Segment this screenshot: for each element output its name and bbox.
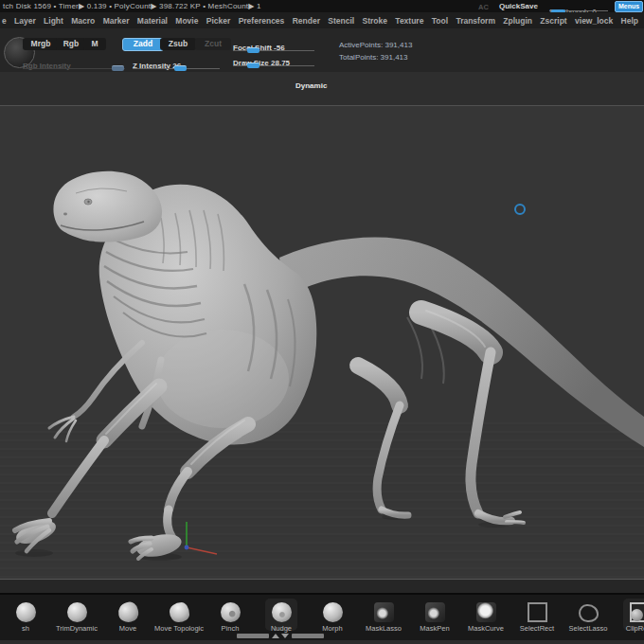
ac-indicator: AC: [478, 3, 489, 11]
belly-highlight: [156, 330, 289, 428]
document-status-text: tch Disk 1569 • Timer▶ 0.139 • PolyCount…: [3, 2, 261, 10]
brush-icon: [116, 600, 140, 624]
brush-label: sh: [22, 624, 29, 633]
ground-shadows: [15, 514, 510, 561]
rgb-button[interactable]: Rgb: [56, 38, 86, 50]
zcut-button[interactable]: Zcut: [195, 38, 231, 50]
z-intensity-slider[interactable]: Z Intensity 26: [133, 55, 220, 69]
points-stats: ActivePoints: 391,413 TotalPoints: 391,4…: [339, 39, 412, 63]
focal-shift-slider[interactable]: Focal Shift -56: [233, 37, 314, 51]
brush-item[interactable]: sh: [0, 595, 51, 633]
menu-item[interactable]: Stencil: [328, 16, 354, 26]
brush-item[interactable]: Pinch: [205, 595, 256, 633]
draw-size-handle[interactable]: [247, 63, 259, 68]
sculpt-viewport[interactable]: [0, 72, 644, 595]
title-bar: tch Disk 1569 • Timer▶ 0.139 • PolyCount…: [0, 0, 644, 12]
brush-item[interactable]: Nudge: [256, 595, 307, 633]
brush-item[interactable]: ClipRect: [614, 595, 644, 633]
active-points-text: ActivePoints: 391,413: [339, 39, 412, 51]
m-button[interactable]: M: [83, 38, 106, 50]
menu-item[interactable]: Tool: [432, 16, 448, 26]
menu-item[interactable]: Marker: [103, 16, 130, 26]
top-toolbar: Mrgb Rgb M Zadd Zsub Zcut Rgb Intensity …: [0, 28, 644, 72]
quicksave-button[interactable]: QuickSave: [499, 2, 538, 10]
zsub-button[interactable]: Zsub: [160, 38, 196, 50]
brush-item[interactable]: MaskCurve: [460, 595, 511, 633]
menu-item[interactable]: Layer: [14, 16, 36, 26]
see-through-slider[interactable]: See-through 0: [549, 1, 610, 11]
axis-gizmo[interactable]: [185, 522, 217, 554]
menus-button[interactable]: Menus: [615, 1, 643, 12]
brush-icon: [425, 602, 445, 622]
brush-label: Move: [119, 624, 136, 633]
menu-item[interactable]: e: [2, 16, 7, 26]
menu-item[interactable]: Stroke: [363, 16, 387, 26]
mrgb-button[interactable]: Mrgb: [23, 38, 59, 50]
creature-model: [0, 72, 644, 595]
menu-item[interactable]: Transform: [456, 16, 495, 26]
brush-item[interactable]: Move: [102, 595, 153, 633]
brush-label: MaskPen: [420, 624, 449, 633]
brush-label: Morph: [322, 624, 342, 633]
zadd-button[interactable]: Zadd: [122, 38, 164, 51]
brush-cursor[interactable]: [515, 205, 525, 214]
brush-item[interactable]: MaskPen: [409, 595, 460, 633]
brush-label: ClipRect: [626, 624, 644, 633]
brush-item[interactable]: Morph: [307, 595, 358, 633]
rgb-intensity-slider[interactable]: Rgb Intensity: [23, 55, 125, 69]
scroll-up-icon[interactable]: [272, 634, 279, 638]
brush-icon: [221, 602, 241, 622]
brush-label: SelectRect: [520, 624, 554, 633]
tray-scrollbar[interactable]: [237, 634, 324, 638]
hind-leg-near: [421, 313, 524, 523]
hind-leg-far: [358, 366, 408, 515]
brush-label: Pinch: [222, 624, 240, 633]
brush-item[interactable]: SelectLasso: [563, 595, 614, 633]
brush-icon: [272, 602, 292, 622]
brush-label: MaskLasso: [366, 624, 402, 633]
bottom-edge: [0, 640, 644, 644]
brush-label: MaskCurve: [468, 624, 504, 633]
draw-size-slider[interactable]: Draw Size 28.75: [233, 52, 314, 66]
creature-head: [53, 171, 162, 242]
menu-item[interactable]: Zscript: [540, 16, 566, 26]
brush-item[interactable]: MaskLasso: [358, 595, 409, 633]
pupil: [87, 201, 89, 203]
menu-item[interactable]: Preferences: [239, 16, 285, 26]
brush-icon: [476, 602, 496, 622]
brush-item[interactable]: SelectRect: [511, 595, 563, 633]
brush-icon: [323, 602, 343, 622]
brush-icon: [67, 602, 87, 622]
front-leg-b: [131, 424, 248, 561]
brush-icon: [528, 602, 547, 622]
menu-item[interactable]: Help: [621, 16, 638, 26]
menu-item[interactable]: Texture: [395, 16, 423, 26]
nostril: [63, 213, 67, 216]
brush-icon: [170, 602, 189, 622]
rgb-intensity-handle[interactable]: [112, 65, 124, 71]
menu-item[interactable]: Light: [44, 16, 63, 26]
brush-label: TrimDynamic: [56, 624, 98, 633]
brush-item[interactable]: Move Topologic: [153, 595, 205, 633]
brush-item[interactable]: TrimDynamic: [51, 595, 102, 633]
z-intensity-handle[interactable]: [174, 65, 187, 71]
brush-icon: [579, 604, 599, 622]
brush-icon: [374, 602, 394, 622]
menu-item[interactable]: Movie: [175, 16, 198, 26]
brush-label: Move Topologic: [154, 624, 204, 633]
dynamic-toggle[interactable]: Dynamic: [295, 81, 327, 90]
brush-label: Nudge: [271, 624, 292, 633]
menu-item[interactable]: Picker: [206, 16, 231, 26]
menu-bar: e Layer Light Macro Marker Material Movi…: [0, 12, 644, 29]
brush-label: SelectLasso: [569, 624, 608, 633]
menu-item[interactable]: view_lock: [575, 16, 613, 26]
brush-tray: sh TrimDynamic Move Move Topologic Pinch: [0, 593, 644, 644]
brush-icon: [630, 602, 644, 622]
brush-icon: [16, 602, 36, 622]
menu-item[interactable]: Render: [293, 16, 320, 26]
scroll-down-icon[interactable]: [281, 634, 289, 638]
menu-item[interactable]: Macro: [71, 16, 95, 26]
menu-item[interactable]: Material: [137, 16, 168, 26]
menu-item[interactable]: Zplugin: [503, 16, 532, 26]
front-leg-a: [13, 386, 159, 551]
